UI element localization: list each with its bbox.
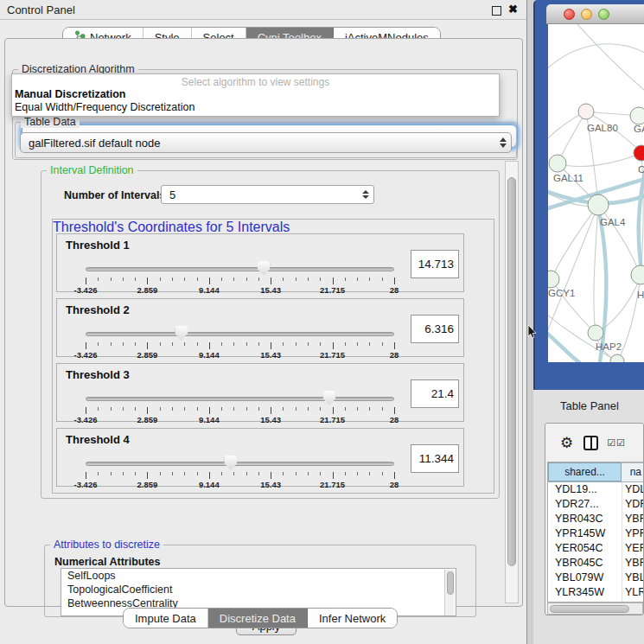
column-header-name[interactable]: na [622,462,643,481]
cell-name[interactable]: YDL1 [622,482,643,497]
table-data-combobox[interactable]: galFiltered.sif default node [20,132,512,153]
GAL11-node[interactable] [549,155,566,172]
cell-shared-name[interactable]: YBL079W [548,571,622,585]
tab-infer-network[interactable]: Infer Network [308,609,397,628]
GCY1-node[interactable] [548,271,559,288]
slider-track[interactable] [86,332,394,336]
popup-item-manual-discretization[interactable]: Manual Discretization [12,88,499,101]
threshold-panel: Threshold 3 -3.4262.8599.14415.4321.7152… [56,363,464,422]
table-row[interactable]: YBL079WYBL0 [548,571,643,585]
cell-shared-name[interactable]: YDL19... [548,482,622,497]
tick-mark [111,342,112,346]
cell-name[interactable]: YLR3 [622,585,643,600]
columns-icon[interactable] [583,436,598,450]
table-row[interactable]: YDR27...YDR2 [548,497,643,512]
node-table[interactable]: shared... na YDL19...YDL1YDR27...YDR2YBR… [547,462,643,603]
content-scrollbar-thumb[interactable] [507,177,516,566]
table-hscrollbar[interactable] [547,603,643,615]
tick-mark [283,407,284,411]
H-node[interactable] [631,265,644,284]
tick-mark [308,277,309,281]
cell-name[interactable]: YBR0 [622,556,643,571]
slider-track[interactable] [86,462,394,466]
tick-label: 2.859 [137,285,158,295]
cell-shared-name[interactable]: YPR145W [548,526,622,541]
cell-shared-name[interactable]: YER054C [548,541,622,556]
cell-name[interactable]: YDR2 [622,497,643,512]
tick-mark [160,472,161,475]
tick-mark [172,277,173,281]
GAL80-node[interactable] [578,104,594,119]
cell-name[interactable]: YER0 [622,541,643,556]
table-row[interactable]: YER054CYER0 [548,541,643,556]
slider-track[interactable] [86,397,394,401]
partial-node-bottom[interactable] [610,354,624,362]
table-row[interactable]: YPR145WYPR1 [548,526,643,541]
network-window-titlebar[interactable] [546,4,644,24]
column-header-shared[interactable]: shared... [548,462,622,481]
cell-name[interactable]: YPR1 [622,526,643,541]
stepper-arrows-icon [358,190,373,199]
table-hscrollbar-thumb[interactable] [550,605,629,613]
slider-thumb[interactable] [258,261,271,276]
network-graph[interactable]: GAL80GACGAL11GAL4GCY1HHAP2 [548,24,644,362]
cell-shared-name[interactable]: YLR345W [548,585,622,600]
zoom-traffic-light[interactable] [598,9,609,20]
node-label-gal4: GAL4 [600,217,626,227]
slider-thumb[interactable] [323,391,336,405]
tab-discretize-data[interactable]: Discretize Data [208,609,308,628]
table-row[interactable]: YLR345WYLR3 [548,585,643,600]
control-panel-titlebar[interactable]: Control Panel ✖ [0,0,526,20]
cell-shared-name[interactable]: YBR045C [548,556,622,571]
network-canvas[interactable]: GAL80GACGAL11GAL4GCY1HHAP2 [548,24,644,362]
threshold-slider[interactable]: -3.4262.8599.14415.4321.71528 [86,390,394,421]
table-row[interactable]: YBR045CYBR0 [548,556,643,571]
red-node[interactable] [634,145,644,161]
tick-mark [111,277,112,281]
cell-shared-name[interactable]: YDR27... [548,497,622,512]
threshold-slider[interactable]: -3.4262.8599.14415.4321.71528 [86,260,394,291]
slider-thumb[interactable] [224,456,237,470]
threshold-slider[interactable]: -3.4262.8599.14415.4321.71528 [86,455,394,486]
GAL4-node[interactable] [588,194,609,215]
threshold-value-field[interactable]: 14.713 [411,250,459,278]
tick-mark [296,472,296,475]
table-row[interactable]: YDL19...YDL1 [548,482,643,497]
slider-thumb[interactable] [175,326,188,341]
tick-mark [258,277,259,281]
gear-icon[interactable]: ⚙ [560,434,573,452]
tick-mark [345,342,346,346]
tick-mark [308,407,309,411]
tick-mark [233,407,234,411]
tick-mark [172,342,173,346]
minimize-traffic-light[interactable] [581,9,592,20]
content-scrollbar-track[interactable] [505,161,519,603]
tick-mark [333,277,334,284]
cell-shared-name[interactable]: YBR043C [548,512,622,526]
attribute-item-selfloops[interactable]: SelfLoops [61,569,456,583]
popup-item-equal-width-frequency-discretization[interactable]: Equal Width/Frequency Discretization [12,101,499,114]
slider-track[interactable] [86,267,394,271]
threshold-value-field[interactable]: 6.316 [411,315,459,343]
tick-mark [394,342,395,349]
checkbox-icons[interactable]: ☑☑ [607,437,626,449]
group-title: Threshold's Coordinates for 5 Intervals [53,220,290,234]
partial-node-topright[interactable] [630,107,644,124]
node-label-hap2: HAP2 [596,341,622,352]
close-icon[interactable]: ✖ [508,3,518,16]
tick-label: 28 [390,285,399,295]
close-traffic-light[interactable] [564,9,575,20]
tab-impute-data[interactable]: Impute Data [124,609,208,628]
threshold-value-field[interactable]: 21.4 [411,379,459,408]
threshold-slider[interactable]: -3.4262.8599.14415.4321.71528 [86,325,394,356]
HAP2-node[interactable] [588,325,603,341]
cell-name[interactable]: YBL0 [622,571,643,585]
list-scrollbar[interactable] [444,570,455,616]
list-scrollbar-thumb[interactable] [447,571,454,595]
num-intervals-combobox[interactable]: 5 [161,185,374,204]
float-window-icon[interactable] [492,6,501,16]
table-row[interactable]: YBR043CYBR0 [548,512,643,526]
threshold-value-field[interactable]: 11.344 [411,444,459,473]
attribute-item-topologicalcoefficient[interactable]: TopologicalCoefficient [61,583,456,596]
cell-name[interactable]: YBR0 [622,512,643,526]
